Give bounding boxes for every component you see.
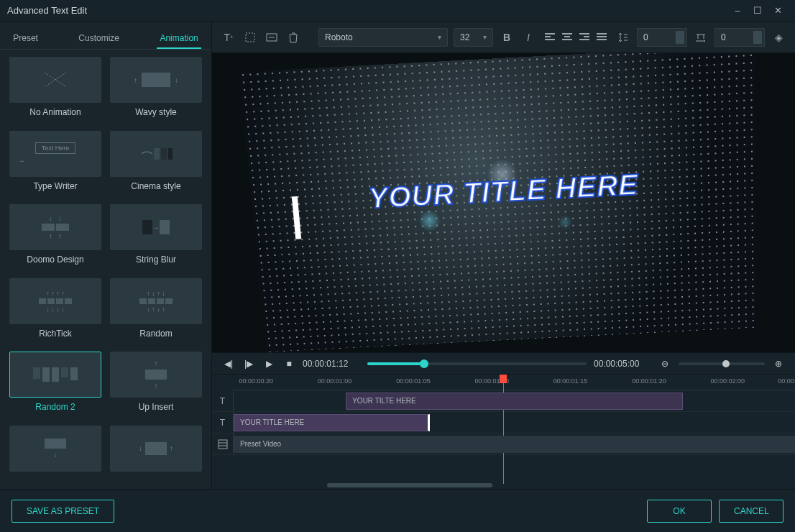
minimize-button[interactable]: – — [727, 5, 748, 16]
playback-bar: ◀| |▶ ▶ ■ 00:00:01:12 00:00:05:00 ⊖ ⊕ — [212, 352, 795, 374]
char-spacing-input[interactable]: 0 — [714, 28, 765, 47]
svg-rect-2 — [154, 148, 160, 160]
preview-canvas[interactable]: YOUR TITLE HERE — [212, 53, 795, 352]
preset-extra-1[interactable]: ↓ — [9, 426, 102, 482]
save-preset-button[interactable]: SAVE AS PRESET — [12, 500, 114, 523]
zoom-slider[interactable] — [679, 362, 765, 365]
italic-icon[interactable]: I — [520, 29, 536, 45]
bold-icon[interactable]: B — [499, 29, 515, 45]
preset-doomo-design[interactable]: ↓ ↓↑ ↑Doomo Design — [9, 204, 102, 271]
clip-title-1[interactable]: YOUR TILTE HERE — [346, 393, 683, 410]
sidebar-tabs: Preset Customize Animation — [0, 22, 211, 50]
window-title: Advanced Text Edit — [7, 5, 727, 16]
preset-random[interactable]: ↑ ↓ ↑ ↓↓ ↑ ↓ ↑Random — [109, 278, 203, 345]
text-track-icon: T — [212, 390, 234, 411]
maximize-button[interactable]: ☐ — [748, 5, 768, 16]
text-cursor — [291, 196, 300, 239]
text-track-icon: T — [212, 412, 234, 433]
text-track-1[interactable]: T YOUR TILTE HERE — [212, 390, 795, 412]
titlebar: Advanced Text Edit – ☐ ✕ — [0, 0, 795, 22]
preset-random-2[interactable]: Random 2 — [9, 352, 102, 418]
delete-icon[interactable] — [285, 29, 301, 45]
footer: SAVE AS PRESET OK CANCEL — [0, 489, 795, 532]
font-size-select[interactable]: 32 — [454, 28, 493, 47]
zoom-out-icon[interactable]: ⊖ — [658, 359, 671, 369]
play-icon[interactable]: ▶ — [262, 359, 275, 369]
text-toolbar: T+ Roboto 32 B I 0 0 ◈ — [212, 22, 795, 53]
cancel-button[interactable]: CANCEL — [719, 500, 783, 523]
line-height-icon[interactable] — [615, 29, 631, 45]
current-time: 00:00:01:12 — [303, 359, 360, 369]
preset-cinema-style[interactable]: Cinema style — [109, 131, 203, 198]
settings-icon[interactable]: ◈ — [771, 29, 786, 45]
progress-slider[interactable] — [367, 362, 587, 365]
clip-title-2[interactable]: YOUR TITLE HERE — [234, 414, 430, 431]
font-select[interactable]: Roboto — [318, 28, 448, 47]
svg-rect-3 — [161, 148, 167, 160]
tab-customize[interactable]: Customize — [75, 29, 122, 49]
text-box-icon[interactable] — [264, 29, 280, 45]
title-text[interactable]: YOUR TITLE HERE — [367, 168, 639, 214]
timeline[interactable]: 00:00:00:20 00:00:01:00 00:00:01:05 00:0… — [212, 374, 795, 489]
align-left-icon[interactable] — [542, 29, 558, 45]
ok-button[interactable]: OK — [647, 500, 712, 523]
align-justify-icon[interactable] — [594, 29, 610, 45]
preset-grid[interactable]: No Animation ↑↓Wavy style Text Here→Type… — [0, 50, 211, 489]
text-track-2[interactable]: T YOUR TITLE HERE — [212, 412, 795, 434]
sidebar: Preset Customize Animation No Animation … — [0, 22, 212, 489]
svg-rect-8 — [219, 440, 227, 449]
next-frame-icon[interactable]: |▶ — [242, 359, 255, 369]
video-track-icon — [212, 434, 234, 454]
select-all-icon[interactable] — [242, 29, 258, 45]
tab-animation[interactable]: Animation — [157, 29, 201, 49]
stop-icon[interactable]: ■ — [282, 359, 295, 369]
svg-rect-5 — [246, 33, 254, 42]
preset-extra-2[interactable]: ↓↑ — [109, 426, 203, 482]
add-text-icon[interactable]: T+ — [221, 29, 236, 45]
video-track[interactable]: Preset Video — [212, 434, 795, 455]
preset-no-animation[interactable]: No Animation — [9, 57, 102, 124]
timeline-ruler[interactable]: 00:00:00:20 00:00:01:00 00:00:01:05 00:0… — [234, 375, 795, 390]
align-center-icon[interactable] — [559, 29, 575, 45]
preset-richtick[interactable]: ↑ ↑ ↑ ↑↓ ↓ ↓ ↓RichTick — [9, 278, 102, 345]
tab-preset[interactable]: Preset — [10, 29, 41, 49]
clip-video[interactable]: Preset Video — [234, 436, 795, 453]
preset-up-insert[interactable]: ↑↑Up Insert — [109, 352, 203, 418]
preset-type-writer[interactable]: Text Here→Type Writer — [9, 131, 102, 198]
preset-string-blur[interactable]: →String Blur — [109, 204, 203, 271]
char-spacing-icon[interactable] — [693, 29, 709, 45]
timeline-scrollbar[interactable] — [327, 483, 492, 487]
align-right-icon[interactable] — [576, 29, 592, 45]
close-button[interactable]: ✕ — [768, 5, 788, 16]
line-height-input[interactable]: 0 — [637, 28, 687, 47]
svg-rect-4 — [168, 148, 173, 160]
prev-frame-icon[interactable]: ◀| — [222, 359, 235, 369]
zoom-in-icon[interactable]: ⊕ — [772, 359, 785, 369]
preset-wavy-style[interactable]: ↑↓Wavy style — [109, 57, 203, 124]
duration-time: 00:00:05:00 — [594, 359, 651, 369]
playhead[interactable] — [500, 375, 507, 383]
